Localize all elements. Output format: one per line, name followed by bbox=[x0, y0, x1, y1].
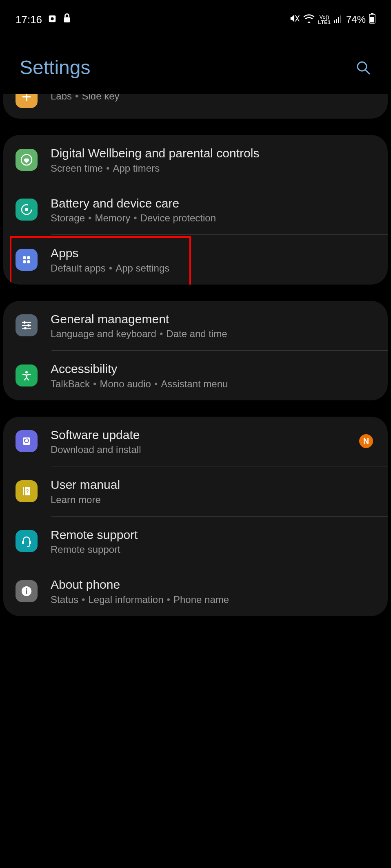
item-subtitle: Learn more bbox=[51, 494, 375, 506]
item-subtitle: TalkBack•Mono audio•Assistant menu bbox=[51, 378, 375, 390]
svg-point-12 bbox=[358, 62, 367, 71]
svg-rect-6 bbox=[336, 19, 337, 23]
svg-point-1 bbox=[51, 17, 53, 20]
svg-rect-8 bbox=[340, 15, 341, 23]
status-time: 17:16 bbox=[16, 13, 42, 26]
item-title: Software update bbox=[51, 427, 359, 443]
item-title: Apps bbox=[51, 245, 375, 261]
svg-rect-7 bbox=[338, 17, 339, 23]
item-subtitle: Screen time•App timers bbox=[51, 163, 375, 174]
item-subtitle: Labs•Side key bbox=[51, 94, 375, 102]
settings-item-remote-support[interactable]: Remote support Remote support bbox=[3, 517, 388, 566]
svg-point-16 bbox=[25, 208, 28, 211]
item-subtitle: Default apps•App settings bbox=[51, 263, 375, 274]
settings-group-advanced: Advanced features Labs•Side key bbox=[3, 94, 388, 119]
signal-icon bbox=[334, 14, 343, 25]
mute-vibrate-icon bbox=[289, 13, 300, 26]
accessibility-icon bbox=[16, 364, 38, 387]
svg-rect-35 bbox=[26, 590, 27, 594]
empty-footer bbox=[0, 632, 391, 861]
item-title: Accessibility bbox=[51, 361, 375, 377]
svg-rect-32 bbox=[22, 541, 24, 544]
svg-point-27 bbox=[25, 371, 28, 373]
settings-group-device: Digital Wellbeing and parental controls … bbox=[3, 135, 388, 285]
battery-care-icon bbox=[16, 199, 38, 221]
svg-rect-30 bbox=[24, 487, 25, 495]
apps-icon bbox=[16, 249, 38, 271]
about-phone-icon bbox=[16, 580, 38, 602]
item-title: Remote support bbox=[51, 527, 375, 543]
svg-rect-36 bbox=[26, 588, 27, 590]
svg-rect-5 bbox=[334, 20, 335, 23]
status-bar: 17:16 Vo)) LTE1 74% bbox=[0, 0, 391, 32]
settings-item-apps[interactable]: Apps Default apps•App settings bbox=[3, 235, 388, 285]
item-subtitle: Status•Legal information•Phone name bbox=[51, 594, 375, 605]
wifi-icon bbox=[303, 14, 315, 25]
battery-percent: 74% bbox=[346, 14, 366, 25]
notification-icon bbox=[48, 13, 57, 26]
settings-item-general-management[interactable]: General management Language and keyboard… bbox=[3, 301, 388, 351]
svg-rect-11 bbox=[370, 17, 374, 22]
settings-item-user-manual[interactable]: ? User manual Learn more bbox=[3, 466, 388, 516]
battery-icon bbox=[369, 13, 375, 26]
volte-label-bottom: LTE1 bbox=[318, 20, 331, 25]
svg-point-20 bbox=[27, 260, 30, 263]
page-title: Settings bbox=[20, 56, 90, 79]
item-subtitle: Remote support bbox=[51, 544, 375, 555]
item-title: Digital Wellbeing and parental controls bbox=[51, 146, 375, 161]
lock-icon bbox=[62, 13, 71, 27]
item-title: Battery and device care bbox=[51, 196, 375, 211]
svg-text:?: ? bbox=[26, 488, 29, 494]
item-subtitle: Storage•Memory•Device protection bbox=[51, 212, 375, 224]
svg-rect-33 bbox=[29, 541, 31, 544]
settings-item-digital-wellbeing[interactable]: Digital Wellbeing and parental controls … bbox=[3, 135, 388, 185]
notification-badge: N bbox=[359, 434, 373, 448]
svg-point-18 bbox=[27, 256, 30, 259]
search-icon bbox=[355, 60, 371, 76]
item-title: About phone bbox=[51, 577, 375, 592]
settings-item-advanced-features[interactable]: Advanced features Labs•Side key bbox=[3, 94, 388, 119]
software-update-icon bbox=[16, 430, 38, 452]
general-management-icon bbox=[16, 314, 38, 336]
svg-point-19 bbox=[23, 260, 26, 263]
settings-item-battery-care[interactable]: Battery and device care Storage•Memory•D… bbox=[3, 185, 388, 235]
item-subtitle: Language and keyboard•Date and time bbox=[51, 328, 375, 340]
settings-group-system: Software update Download and install N ?… bbox=[3, 417, 388, 616]
svg-rect-2 bbox=[64, 17, 70, 22]
item-title: User manual bbox=[51, 477, 375, 493]
user-manual-icon: ? bbox=[16, 480, 38, 502]
settings-item-accessibility[interactable]: Accessibility TalkBack•Mono audio•Assist… bbox=[3, 351, 388, 400]
wellbeing-icon bbox=[16, 149, 38, 171]
advanced-features-icon bbox=[16, 94, 38, 108]
settings-group-general: General management Language and keyboard… bbox=[3, 301, 388, 400]
search-button[interactable] bbox=[355, 60, 371, 76]
item-title: General management bbox=[51, 311, 375, 327]
svg-line-13 bbox=[366, 70, 369, 74]
item-subtitle: Download and install bbox=[51, 444, 359, 455]
settings-item-about-phone[interactable]: About phone Status•Legal information•Pho… bbox=[3, 566, 388, 616]
svg-point-17 bbox=[23, 256, 26, 259]
settings-item-software-update[interactable]: Software update Download and install N bbox=[3, 417, 388, 466]
remote-support-icon bbox=[16, 530, 38, 552]
